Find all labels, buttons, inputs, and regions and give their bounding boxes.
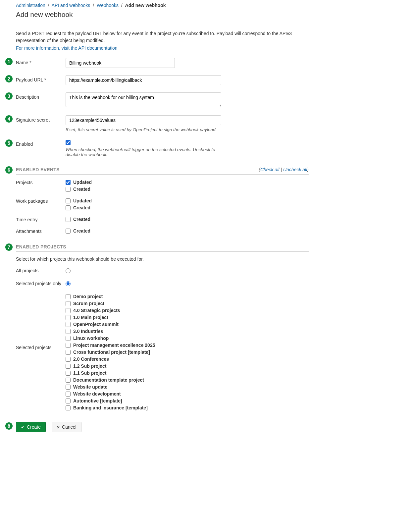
project-checkbox[interactable] [66, 378, 71, 383]
project-checkbox[interactable] [66, 336, 71, 341]
selected-projects-label: Selected projects [16, 293, 66, 350]
step-badge-1: 1 [5, 58, 13, 65]
project-label: Website development [73, 391, 121, 397]
project-label: 1.1 Sub project [73, 370, 106, 376]
breadcrumb-api[interactable]: API and webhooks [52, 3, 90, 8]
event-checkbox[interactable] [66, 198, 71, 203]
event-checkbox[interactable] [66, 180, 71, 185]
projects-intro: Select for which projects this webhook s… [16, 256, 309, 262]
project-label: Demo project [73, 294, 103, 299]
project-checkbox[interactable] [66, 308, 71, 313]
check-all-link[interactable]: Check all [260, 167, 280, 172]
events-divider [16, 174, 309, 175]
breadcrumb-current: Add new webhook [125, 3, 166, 8]
breadcrumb: Administration / API and webhooks / Webh… [16, 3, 309, 8]
event-option-label: Created [73, 217, 90, 222]
enabled-hint: When checked, the webhook will trigger o… [66, 147, 221, 157]
event-checkbox[interactable] [66, 217, 71, 222]
enabled-checkbox[interactable] [66, 140, 71, 145]
project-label: 3.0 Industries [73, 329, 103, 334]
project-checkbox[interactable] [66, 294, 71, 299]
step-badge-5: 5 [5, 139, 13, 147]
breadcrumb-sep: / [121, 3, 123, 8]
event-option-label: Updated [73, 180, 92, 185]
project-label: Project management excellence 2025 [73, 343, 155, 348]
payload-url-label: Payload URL * [16, 75, 66, 82]
project-checkbox[interactable] [66, 405, 71, 410]
all-projects-label: All projects [16, 268, 66, 273]
all-projects-radio[interactable] [66, 268, 71, 273]
project-checkbox[interactable] [66, 399, 71, 403]
project-label: Website update [73, 384, 107, 390]
project-checkbox[interactable] [66, 357, 71, 362]
event-option-label: Created [73, 228, 90, 234]
project-checkbox[interactable] [66, 350, 71, 355]
project-label: OpenProject summit [73, 322, 119, 327]
project-label: 1.2 Sub project [73, 363, 106, 369]
step-badge-8: 8 [5, 422, 13, 430]
cancel-button-label: Cancel [62, 424, 77, 430]
event-group-label: Attachments [16, 228, 66, 234]
close-icon [57, 424, 60, 430]
step-badge-7: 7 [5, 243, 13, 251]
event-group-label: Time entry [16, 216, 66, 222]
signature-secret-input[interactable] [66, 115, 221, 125]
project-checkbox[interactable] [66, 315, 71, 320]
project-label: Scrum project [73, 301, 104, 306]
step-badge-4: 4 [5, 115, 13, 123]
event-option-label: Created [73, 186, 90, 192]
event-option-label: Created [73, 205, 90, 210]
project-checkbox[interactable] [66, 385, 71, 390]
step-badge-3: 3 [5, 92, 13, 100]
create-button[interactable]: Create [16, 422, 46, 432]
enabled-projects-title: ENABLED PROJECTS [16, 244, 309, 249]
project-checkbox[interactable] [66, 301, 71, 306]
create-button-label: Create [27, 424, 41, 430]
project-checkbox[interactable] [66, 329, 71, 334]
name-label: Name * [16, 58, 66, 65]
event-option-label: Updated [73, 198, 92, 203]
event-checkbox[interactable] [66, 187, 71, 192]
breadcrumb-sep: / [93, 3, 94, 8]
project-label: 4.0 Strategic projects [73, 308, 120, 313]
events-bulk-actions: (Check all | Uncheck all) [259, 167, 309, 172]
breadcrumb-sep: / [48, 3, 49, 8]
check-icon [21, 424, 25, 430]
selected-only-radio[interactable] [66, 281, 71, 286]
project-checkbox[interactable] [66, 343, 71, 348]
projects-divider [16, 251, 309, 252]
name-input[interactable] [66, 58, 175, 68]
project-label: Banking and insurance [template] [73, 405, 148, 410]
breadcrumb-webhooks[interactable]: Webhooks [97, 3, 119, 8]
breadcrumb-admin[interactable]: Administration [16, 3, 45, 8]
project-checkbox[interactable] [66, 392, 71, 397]
signature-secret-label: Signature secret [16, 115, 66, 123]
project-label: Linux workshop [73, 336, 109, 341]
signature-secret-hint: If set, this secret value is used by Ope… [66, 127, 221, 132]
event-group-label: Projects [16, 179, 66, 185]
project-label: 1.0 Main project [73, 315, 108, 320]
event-checkbox[interactable] [66, 205, 71, 210]
step-badge-2: 2 [5, 75, 13, 82]
project-checkbox[interactable] [66, 371, 71, 376]
project-checkbox[interactable] [66, 364, 71, 369]
description-textarea[interactable]: This is the webhook for our billing syst… [66, 92, 221, 107]
project-label: 2.0 Conferences [73, 356, 109, 362]
project-label: Cross functional project [template] [73, 349, 150, 355]
enabled-label: Enabled [16, 139, 66, 147]
description-label: Description [16, 92, 66, 100]
intro-text: Send a POST request to the payload URL b… [16, 30, 309, 44]
enabled-events-title: ENABLED EVENTS [16, 167, 259, 172]
event-checkbox[interactable] [66, 229, 71, 234]
project-label: Automotive [template] [73, 398, 122, 403]
project-label: Documentation template project [73, 377, 144, 383]
event-group-label: Work packages [16, 198, 66, 204]
project-checkbox[interactable] [66, 322, 71, 327]
api-doc-link[interactable]: For more information, visit the API docu… [16, 45, 118, 51]
step-badge-6: 6 [5, 166, 13, 174]
uncheck-all-link[interactable]: Uncheck all [283, 167, 307, 172]
title-divider [16, 22, 309, 22]
cancel-button[interactable]: Cancel [52, 422, 81, 432]
selected-only-label: Selected projects only [16, 281, 66, 286]
payload-url-input[interactable] [66, 75, 221, 85]
